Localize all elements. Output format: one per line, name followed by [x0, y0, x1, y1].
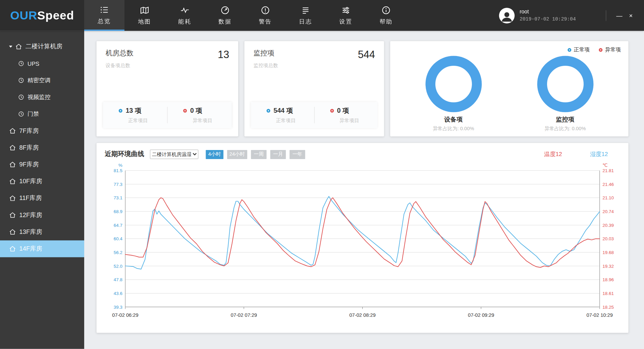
main-content: 机房总数 设备项总数 13 13 项 正常项目 0 项 异常项目	[84, 31, 644, 349]
abnormal-label: 异常项目	[183, 117, 231, 124]
app-logo: OURSpeed	[0, 0, 84, 31]
info-icon	[381, 5, 391, 15]
minimize-button[interactable]: —	[613, 10, 625, 21]
svg-text:18.61: 18.61	[602, 291, 614, 296]
home-icon	[9, 161, 16, 168]
legend-label: 正常项	[574, 46, 590, 53]
svg-text:20.74: 20.74	[602, 209, 614, 214]
nav-data[interactable]: 数据	[205, 0, 245, 31]
sliders-icon	[341, 5, 351, 15]
svg-text:39.3: 39.3	[114, 305, 122, 310]
user-avatar[interactable]	[499, 8, 515, 23]
svg-text:47.8: 47.8	[114, 277, 122, 282]
sidebar-item-13f-warehouse[interactable]: 13F库房	[0, 223, 84, 240]
nav-alerts[interactable]: 警告	[245, 0, 285, 31]
top-bar-right: root 2019-07-02 10:29:04 — ×	[499, 0, 637, 31]
range-1month-button[interactable]: 一月	[270, 150, 286, 159]
status-donuts-card: 正常项 异常项 设备项 异常占比为: 0.00% 监控项 异常占比为: 0.00…	[390, 41, 628, 136]
top-bar: OURSpeed 总览 地图	[0, 0, 644, 31]
log-list-icon	[301, 5, 310, 15]
normal-ring-icon	[267, 109, 270, 112]
svg-text:21.81: 21.81	[602, 168, 614, 173]
room-scope-select[interactable]: 二楼计算机房温湿环	[150, 150, 198, 159]
monitor-total-value: 544	[358, 48, 375, 60]
history-icon	[18, 94, 24, 100]
sidebar-item-9f-warehouse[interactable]: 9F库房	[0, 156, 84, 173]
nav-help[interactable]: 帮助	[366, 0, 406, 31]
normal-ring-icon	[568, 48, 571, 52]
window-controls-divider	[606, 10, 606, 21]
nav-overview[interactable]: 总览	[84, 0, 124, 31]
logo-our: OUR	[10, 9, 37, 22]
nav-label: 帮助	[379, 18, 392, 26]
user-info: root 2019-07-02 10:29:04	[520, 9, 576, 22]
sidebar-item-ups[interactable]: UPS	[0, 55, 84, 72]
nav-map[interactable]: 地图	[124, 0, 165, 31]
sidebar-item-access-control[interactable]: 门禁	[0, 106, 84, 122]
nav-label: 地图	[138, 18, 151, 26]
sidebar-item-10f-warehouse[interactable]: 10F库房	[0, 173, 84, 190]
card-subtitle: 设备项总数	[106, 62, 133, 69]
normal-value: 544 项	[274, 106, 293, 115]
nav-settings[interactable]: 设置	[326, 0, 366, 31]
sidebar-item-14f-warehouse[interactable]: 14F库房	[0, 240, 84, 257]
rooms-total-value: 13	[218, 48, 229, 60]
close-button[interactable]: ×	[625, 10, 637, 21]
rooms-total-card: 机房总数 设备项总数 13 13 项 正常项目 0 项 异常项目	[97, 41, 238, 136]
device-donut-chart	[425, 56, 482, 112]
home-icon	[9, 195, 16, 202]
device-donut-block: 设备项 异常占比为: 0.00%	[425, 56, 482, 133]
range-1week-button[interactable]: 一周	[251, 150, 267, 159]
sidebar-item-12f-warehouse[interactable]: 12F库房	[0, 207, 84, 223]
svg-text:07-02 09:29: 07-02 09:29	[468, 312, 494, 318]
range-1year-button[interactable]: 一年	[289, 150, 305, 159]
svg-text:64.7: 64.7	[114, 223, 122, 228]
svg-text:52.0: 52.0	[114, 264, 122, 269]
sidebar-label: UPS	[28, 60, 39, 67]
nav-logs[interactable]: 日志	[285, 0, 326, 31]
sidebar-item-precision-ac[interactable]: 精密空调	[0, 72, 84, 89]
panel-title: 近期环境曲线	[105, 150, 144, 159]
card-subtitle: 监控项总数	[254, 62, 278, 69]
time-range-buttons: 4小时 24小时 一周 一月 一年	[206, 150, 305, 159]
range-4h-button[interactable]: 4小时	[206, 150, 223, 159]
nav-label: 日志	[299, 18, 312, 26]
current-datetime: 2019-07-02 10:29:04	[520, 16, 576, 22]
history-icon	[18, 111, 24, 117]
sidebar-label: 精密空调	[28, 77, 51, 84]
card-header: 监控项 监控项总数 544	[254, 48, 375, 69]
sidebar-item-7f-warehouse[interactable]: 7F库房	[0, 122, 84, 139]
home-icon	[9, 128, 16, 135]
range-24h-button[interactable]: 24小时	[227, 150, 247, 159]
donut-row: 设备项 异常占比为: 0.00% 监控项 异常占比为: 0.00%	[397, 56, 621, 133]
normal-label: 正常项目	[119, 117, 167, 124]
svg-text:07-02 06:29: 07-02 06:29	[112, 312, 138, 318]
svg-text:19.32: 19.32	[602, 264, 614, 269]
svg-text:20.03: 20.03	[602, 236, 614, 241]
chart-area: 81.521.8177.321.4673.121.1068.920.7464.7…	[105, 162, 620, 329]
svg-text:60.4: 60.4	[114, 236, 123, 241]
card-title: 监控项	[254, 48, 278, 58]
normal-value: 13 项	[126, 106, 142, 115]
nav-label: 能耗	[178, 18, 191, 26]
sidebar-label: 13F库房	[19, 228, 42, 236]
legend-label: 异常项	[605, 46, 621, 53]
sidebar-item-8f-warehouse[interactable]: 8F库房	[0, 139, 84, 156]
home-icon	[9, 178, 16, 185]
svg-text:68.9: 68.9	[114, 209, 122, 214]
energy-pulse-icon	[180, 5, 190, 15]
donut-subtitle: 异常占比为: 0.00%	[544, 125, 586, 132]
donut-legend: 正常项 异常项	[397, 46, 621, 53]
series-legend: 温度12 湿度12	[544, 151, 620, 158]
sidebar-item-video-surveillance[interactable]: 视频监控	[0, 89, 84, 105]
home-icon	[9, 229, 16, 236]
normal-stat: 544 项 正常项目	[251, 106, 314, 124]
sidebar-label: 二楼计算机房	[25, 43, 62, 50]
nav-energy[interactable]: 能耗	[165, 0, 205, 31]
history-icon	[18, 60, 24, 66]
sidebar-item-11f-warehouse[interactable]: 11F库房	[0, 190, 84, 207]
abnormal-value: 0 项	[337, 106, 349, 115]
svg-text:07-02 08:29: 07-02 08:29	[349, 312, 375, 318]
svg-text:18.96: 18.96	[602, 277, 614, 282]
sidebar-item-computer-room-2f[interactable]: 二楼计算机房	[0, 38, 84, 55]
